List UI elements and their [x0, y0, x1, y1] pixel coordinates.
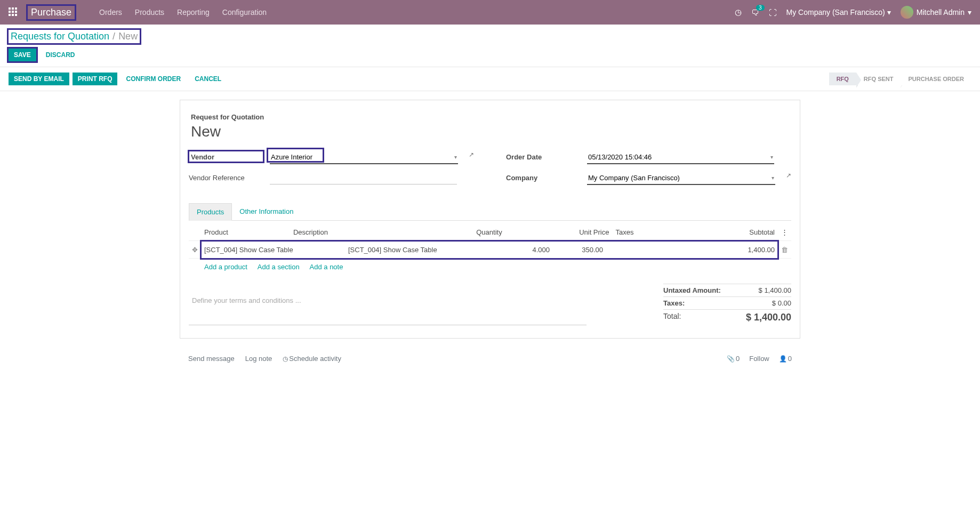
chatter-bar: Send message Log note ◷Schedule activity… [180, 347, 800, 370]
chevron-down-icon: ▾ [968, 8, 971, 17]
chevron-down-icon: ▾ [887, 8, 891, 17]
status-steps: RFQ RFQ SENT PURCHASE ORDER [829, 73, 971, 85]
col-subtotal: Subtotal [685, 224, 778, 241]
avatar [901, 6, 913, 19]
company-label: Company [506, 172, 581, 182]
step-rfq[interactable]: RFQ [829, 73, 856, 85]
taxes-label: Taxes: [663, 299, 685, 307]
user-menu[interactable]: Mitchell Admin ▾ [901, 6, 971, 19]
tab-other-info[interactable]: Other Information [232, 203, 301, 220]
company-selector[interactable]: My Company (San Francisco) ▾ [786, 8, 891, 17]
add-note-link[interactable]: Add a note [310, 263, 343, 271]
print-rfq-button[interactable]: PRINT RFQ [73, 73, 118, 85]
top-navbar: Purchase Orders Products Reporting Confi… [0, 0, 980, 25]
nav-configuration[interactable]: Configuration [222, 8, 267, 17]
messages-icon[interactable]: 🗨3 [751, 8, 759, 17]
cell-taxes[interactable] [606, 242, 660, 259]
schedule-activity-link[interactable]: ◷Schedule activity [283, 355, 341, 363]
followers-count[interactable]: 👤0 [779, 355, 792, 363]
order-date-label: Order Date [506, 151, 581, 161]
external-link-icon[interactable]: ↗ [469, 151, 474, 158]
chevron-down-icon[interactable]: ▾ [770, 154, 773, 160]
vendor-ref-label: Vendor Reference [189, 172, 263, 182]
nav-orders[interactable]: Orders [99, 8, 122, 17]
untaxed-label: Untaxed Amount: [663, 286, 721, 294]
col-description: Description [290, 224, 411, 241]
nav-products[interactable]: Products [135, 8, 164, 17]
total-label: Total: [663, 312, 681, 323]
step-rfq-sent[interactable]: RFQ SENT [856, 73, 901, 85]
form-subtitle: Request for Quotation [189, 113, 791, 121]
order-date-input[interactable] [587, 151, 774, 164]
gift-icon[interactable]: ⛶ [769, 8, 777, 17]
external-link-icon[interactable]: ↗ [786, 172, 791, 179]
breadcrumb: Requests for Quotation / New [9, 30, 140, 43]
form-title: New [189, 123, 791, 140]
log-note-link[interactable]: Log note [245, 355, 272, 363]
total-value: $ 1,400.00 [746, 312, 791, 323]
confirm-order-button[interactable]: CONFIRM ORDER [121, 73, 186, 85]
clock-icon[interactable]: ◷ [735, 7, 742, 17]
vendor-input[interactable] [270, 151, 458, 164]
tab-products[interactable]: Products [189, 203, 232, 221]
clock-icon: ◷ [283, 355, 288, 363]
vendor-ref-input[interactable] [270, 172, 457, 184]
add-product-link[interactable]: Add a product [204, 263, 247, 271]
chevron-down-icon[interactable]: ▾ [772, 175, 774, 181]
terms-input[interactable]: Define your terms and conditions ... [189, 275, 587, 325]
chevron-down-icon[interactable]: ▾ [454, 154, 457, 160]
breadcrumb-parent[interactable]: Requests for Quotation [11, 31, 109, 42]
follow-button[interactable]: Follow [749, 355, 769, 363]
untaxed-value: $ 1,400.00 [759, 286, 791, 294]
drag-handle-icon[interactable]: ✥ [189, 241, 201, 259]
vendor-label: Vendor [189, 151, 263, 162]
brand-title[interactable]: Purchase [28, 6, 75, 19]
cell-unit-price[interactable]: 350.00 [553, 242, 606, 259]
company-input[interactable] [587, 172, 775, 185]
paperclip-icon: 📎 [727, 355, 735, 363]
discard-button[interactable]: DISCARD [41, 49, 81, 61]
person-icon: 👤 [779, 355, 787, 363]
add-section-link[interactable]: Add a section [258, 263, 300, 271]
send-by-email-button[interactable]: SEND BY EMAIL [9, 73, 69, 85]
form-sheet: Request for Quotation New Vendor ▾ ↗ Ven… [180, 100, 800, 339]
kebab-icon[interactable]: ⋮ [778, 224, 791, 241]
apps-icon[interactable] [9, 7, 18, 17]
cancel-button[interactable]: CANCEL [189, 73, 227, 85]
cell-quantity[interactable]: 4.000 [505, 242, 553, 259]
breadcrumb-current: New [118, 31, 138, 42]
step-purchase-order[interactable]: PURCHASE ORDER [901, 73, 971, 85]
cell-description[interactable]: [SCT_004] Show Case Table [345, 242, 505, 259]
taxes-value: $ 0.00 [772, 299, 791, 307]
col-taxes: Taxes [612, 224, 684, 241]
save-button[interactable]: SAVE [9, 49, 36, 61]
col-unit-price: Unit Price [505, 224, 613, 241]
col-quantity: Quantity [411, 224, 505, 241]
attachments-count[interactable]: 📎0 [727, 355, 740, 363]
cell-product[interactable]: [SCT_004] Show Case Table [201, 242, 345, 259]
send-message-link[interactable]: Send message [188, 355, 235, 363]
col-product: Product [201, 224, 290, 241]
table-row[interactable]: ✥ [SCT_004] Show Case Table [SCT_004] Sh… [189, 241, 791, 259]
cell-subtotal: 1,400.00 [660, 242, 778, 259]
delete-row-icon[interactable]: 🗑 [778, 241, 791, 259]
nav-reporting[interactable]: Reporting [177, 8, 210, 17]
